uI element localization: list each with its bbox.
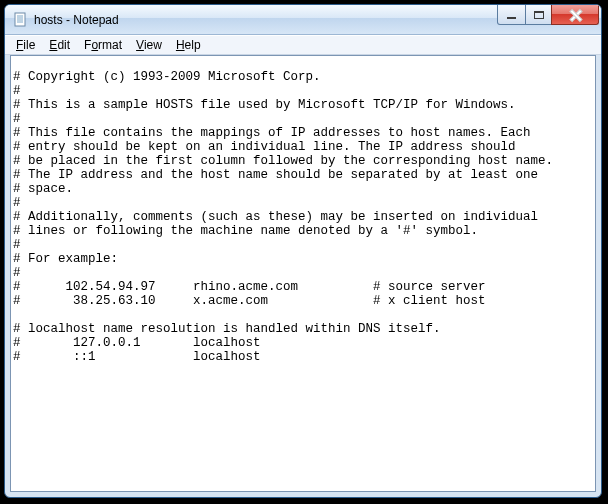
- line-p1-4: # The IP address and the host name shoul…: [13, 168, 538, 182]
- minimize-button[interactable]: [497, 5, 526, 25]
- line-entry2: # ::1 localhost: [13, 350, 261, 364]
- line-example1: # 102.54.94.97 rhino.acme.com # source s…: [13, 280, 486, 294]
- menu-edit-rest: dit: [57, 38, 70, 52]
- titlebar[interactable]: hosts - Notepad: [5, 5, 601, 35]
- minimize-icon: [507, 17, 516, 19]
- text-content[interactable]: # Copyright (c) 1993-2009 Microsoft Corp…: [11, 69, 595, 365]
- menu-view-rest: iew: [144, 38, 162, 52]
- window-title: hosts - Notepad: [34, 13, 119, 27]
- line-entry1: # 127.0.0.1 localhost: [13, 336, 261, 350]
- menubar: File Edit Format View Help: [5, 35, 601, 55]
- line-p2-1: # Additionally, comments (such as these)…: [13, 210, 538, 224]
- notepad-window: hosts - Notepad File Edit Format View He…: [4, 4, 602, 498]
- menu-format[interactable]: Format: [77, 37, 129, 53]
- menu-file[interactable]: File: [9, 37, 42, 53]
- line-p1-1: # This file contains the mappings of IP …: [13, 126, 531, 140]
- line-p2-2: # lines or following the machine name de…: [13, 224, 478, 238]
- client-area-frame: # Copyright (c) 1993-2009 Microsoft Corp…: [10, 55, 596, 492]
- menu-view[interactable]: View: [129, 37, 169, 53]
- menu-help[interactable]: Help: [169, 37, 208, 53]
- menu-edit[interactable]: Edit: [42, 37, 77, 53]
- maximize-button[interactable]: [525, 5, 552, 25]
- line-example2: # 38.25.63.10 x.acme.com # x client host: [13, 294, 486, 308]
- maximize-icon: [534, 11, 544, 19]
- menu-help-rest: elp: [185, 38, 201, 52]
- menu-format-rest: rmat: [98, 38, 122, 52]
- line-p1-2: # entry should be kept on an individual …: [13, 140, 516, 154]
- text-area-scroll[interactable]: # Copyright (c) 1993-2009 Microsoft Corp…: [11, 56, 595, 491]
- line-example-hdr: # For example:: [13, 252, 118, 266]
- window-controls: [498, 5, 599, 34]
- close-button[interactable]: [551, 5, 599, 25]
- line-desc1: # This is a sample HOSTS file used by Mi…: [13, 98, 516, 112]
- line-p1-3: # be placed in the first column followed…: [13, 154, 553, 168]
- line-copyright: # Copyright (c) 1993-2009 Microsoft Corp…: [13, 70, 321, 84]
- menu-file-rest: ile: [23, 38, 35, 52]
- line-dns-note: # localhost name resolution is handled w…: [13, 322, 441, 336]
- notepad-icon: [13, 12, 29, 28]
- close-icon: [569, 9, 582, 20]
- line-p1-5: # space.: [13, 182, 73, 196]
